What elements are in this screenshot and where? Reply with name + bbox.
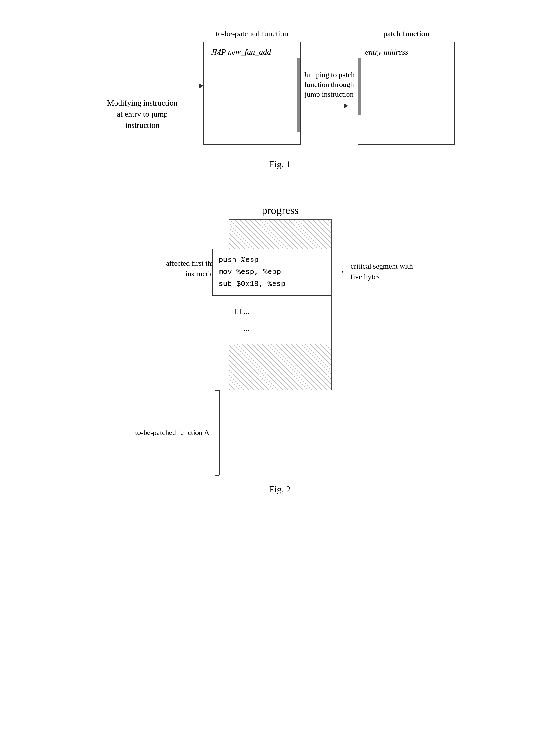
- fig2-dot-row-1: ...: [235, 304, 326, 319]
- fig1-left-label: Modifying instruction at entry to jump i…: [105, 57, 179, 131]
- arrow-head: [199, 84, 203, 88]
- fig2-dots-area: ... ...: [229, 296, 331, 344]
- fig2-dots-2: ...: [244, 321, 250, 336]
- fig1-box2-inner: entry address: [358, 42, 454, 62]
- fig1-box2-label: patch function: [383, 28, 429, 39]
- fig2-dot-row-2: ...: [235, 321, 326, 336]
- connector-label: Jumping to patch function through jump i…: [300, 70, 358, 99]
- fig2-left-labels: affected first three instructions ↙ to-b…: [135, 204, 220, 476]
- arrow-line: [182, 86, 199, 86]
- fig1-container: Modifying instruction at entry to jump i…: [23, 28, 537, 187]
- fig2-tobpatched-brace-row: to-be-patched function A: [135, 390, 220, 476]
- fig2-tobpatched-label: to-be-patched function A: [135, 428, 209, 438]
- fig2-affected-wrapper: affected first three instructions ↙: [146, 258, 220, 290]
- fig1-diagram: Modifying instruction at entry to jump i…: [23, 28, 537, 145]
- box2-vbar: [358, 58, 361, 115]
- fig2-code-line-1: push %esp: [219, 254, 325, 266]
- fig2-code-line-3: sub $0x18, %esp: [219, 278, 325, 290]
- fig1-box2: entry address: [358, 42, 455, 145]
- fig1-caption: Fig. 1: [269, 159, 291, 170]
- fig2-diagram: affected first three instructions ↙ to-b…: [23, 204, 537, 476]
- box1-vbar: [297, 58, 300, 132]
- fig1-box2-section: patch function entry address: [358, 28, 455, 145]
- small-rect-icon: [235, 308, 241, 314]
- fig2-outer-box: push %esp mov %esp, %ebp sub $0x18, %esp…: [229, 219, 332, 390]
- box2-divider: [358, 62, 454, 62]
- fig2-code-line-2: mov %esp, %ebp: [219, 266, 325, 278]
- arrow-line-mid: [310, 106, 344, 106]
- fig1-middle-inner: Jumping to patch function through jump i…: [300, 70, 358, 108]
- fig2-right-labels: ← critical segment with five bytes: [340, 204, 425, 282]
- fig2-progress-section: progress push %esp mov %esp, %ebp sub $0…: [229, 204, 332, 390]
- fig2-critical-wrapper: ← critical segment with five bytes: [340, 261, 425, 282]
- box1-divider: [204, 62, 300, 62]
- left-arrow: [182, 74, 203, 97]
- fig2-tobpatched-wrapper: to-be-patched function A: [135, 387, 220, 476]
- fig2-caption: Fig. 2: [269, 484, 291, 495]
- fig2-container: affected first three instructions ↙ to-b…: [23, 204, 537, 495]
- fig2-hatch-top: [229, 220, 331, 249]
- fig2-affected-label: affected first three instructions: [146, 258, 220, 279]
- fig1-box1: JMP new_fun_add: [203, 42, 300, 145]
- arrow-line-2: [310, 104, 348, 108]
- fig2-hatch-bottom: [229, 344, 331, 390]
- left-arrow-icon: ←: [340, 268, 348, 276]
- fig2-inner-box: push %esp mov %esp, %ebp sub $0x18, %esp: [212, 249, 331, 296]
- fig1-box1-inner: JMP new_fun_add: [204, 42, 300, 62]
- fig1-box1-label: to-be-patched function: [216, 28, 288, 39]
- fig1-box1-section: to-be-patched function JMP new_fun_add: [203, 28, 300, 145]
- fig1-middle-connector: Jumping to patch function through jump i…: [300, 28, 358, 108]
- arrow-line-1: [182, 84, 203, 88]
- fig2-brace: [215, 390, 220, 476]
- fig2-critical-label: critical segment with five bytes: [351, 261, 425, 282]
- arrow-head-mid: [344, 104, 348, 108]
- fig2-progress-label: progress: [262, 204, 299, 216]
- fig2-dots-1: ...: [244, 304, 250, 319]
- page: Modifying instruction at entry to jump i…: [0, 0, 560, 749]
